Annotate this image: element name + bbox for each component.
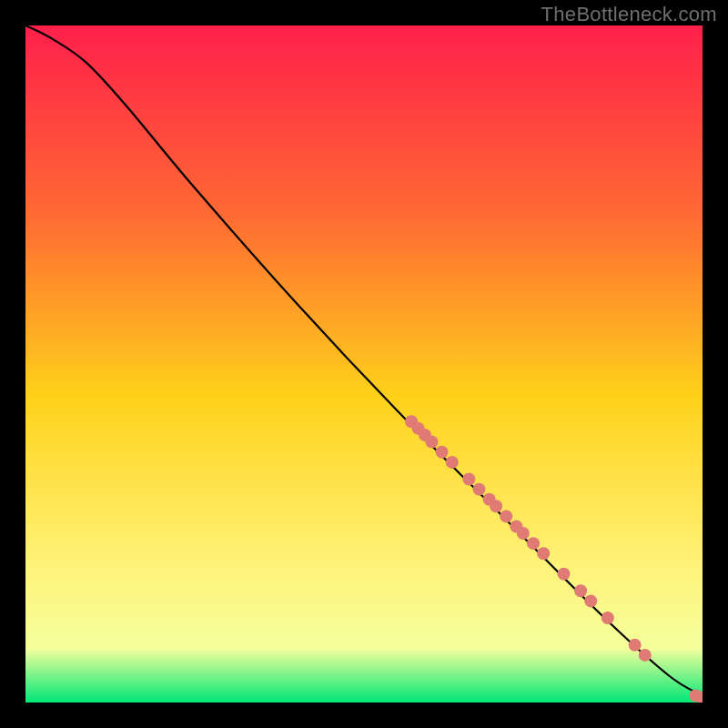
data-point bbox=[537, 547, 550, 560]
data-point bbox=[574, 584, 587, 597]
data-point bbox=[490, 500, 502, 512]
data-point bbox=[425, 436, 438, 449]
heat-gradient bbox=[25, 25, 703, 703]
data-point bbox=[527, 537, 540, 550]
app-frame: TheBottleneck.com bbox=[0, 0, 728, 728]
data-point bbox=[462, 472, 475, 485]
data-point bbox=[557, 568, 570, 581]
data-point bbox=[584, 594, 597, 607]
data-point bbox=[602, 612, 614, 624]
data-point bbox=[500, 510, 512, 522]
watermark-text: TheBottleneck.com bbox=[541, 3, 717, 26]
gradient-plot bbox=[25, 25, 703, 703]
data-point bbox=[446, 456, 459, 469]
data-point bbox=[472, 483, 485, 496]
data-point bbox=[436, 446, 449, 459]
data-point bbox=[517, 527, 530, 540]
data-point bbox=[639, 649, 652, 662]
data-point bbox=[629, 639, 642, 652]
chart-canvas bbox=[25, 25, 703, 703]
